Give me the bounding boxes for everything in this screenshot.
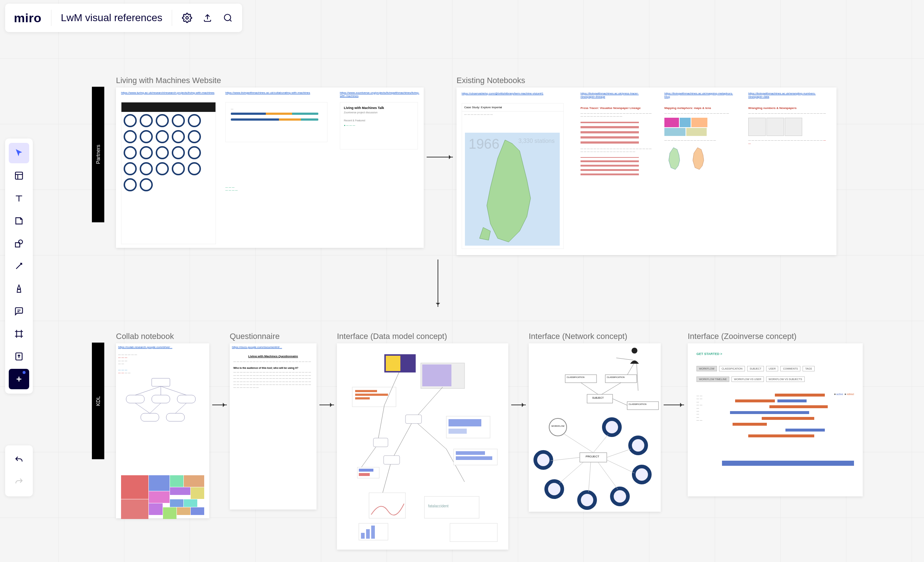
zoo-btn[interactable]: CLASSIFICATION xyxy=(719,366,745,372)
link[interactable]: https://observablehq.com/@britishlibrary… xyxy=(462,92,564,95)
svg-rect-28 xyxy=(448,429,467,434)
thumb-collab-site: — xyxy=(225,102,327,142)
svg-rect-19 xyxy=(355,397,370,399)
data-model-diagram: fatalaccident xyxy=(337,343,508,550)
svg-line-49 xyxy=(613,399,627,405)
zoo-button-row-2: WORKFLOW TIMELINE WORKFLOW VS USER WORKF… xyxy=(696,376,854,382)
svg-rect-13 xyxy=(386,356,400,371)
collab-text: — — — — — —— — —— — —— —— — —— — — — xyxy=(116,351,209,377)
svg-rect-7 xyxy=(126,395,144,403)
svg-rect-10 xyxy=(141,413,159,421)
arrow xyxy=(320,405,334,405)
arrow xyxy=(511,405,526,405)
link[interactable]: https://www.turing.ac.uk/research/resear… xyxy=(121,91,214,94)
link[interactable]: https://colab.research.google.com/drive/… xyxy=(116,343,209,351)
zoo-btn[interactable]: COMMENTS xyxy=(780,366,800,372)
svg-rect-11 xyxy=(166,413,184,421)
thumb-wrangling: Wrangling numbers & Newspapers — — — — —… xyxy=(748,106,828,145)
zoo-btn[interactable]: WORKFLOW VS SUBJECTS xyxy=(766,376,805,382)
arrow xyxy=(438,259,438,307)
get-started[interactable]: GET STARTED > xyxy=(696,352,854,356)
thumb-mapping-metaphors: Mapping metaphors: maps & lens — — — — —… xyxy=(664,106,737,171)
svg-rect-32 xyxy=(369,493,405,518)
svg-line-61 xyxy=(607,449,631,457)
svg-rect-20 xyxy=(374,438,388,447)
svg-point-52 xyxy=(604,419,620,435)
svg-point-58 xyxy=(535,452,551,468)
link[interactable]: https://www.zooniverse.org/projects/livi… xyxy=(340,91,424,98)
collab-flowchart xyxy=(119,377,206,428)
svg-point-56 xyxy=(579,492,595,508)
zoo-btn[interactable]: SUBJECT xyxy=(747,366,764,372)
frame-interface-data[interactable]: fatalaccident xyxy=(337,343,508,550)
link[interactable]: https://livingwithmachines.ac.uk/press-t… xyxy=(580,92,653,98)
frame-notebooks[interactable]: https://observablehq.com/@britishlibrary… xyxy=(456,87,837,255)
svg-rect-18 xyxy=(355,394,388,396)
svg-rect-22 xyxy=(384,456,400,464)
svg-text:fatalaccident: fatalaccident xyxy=(428,504,448,508)
link[interactable]: https://www.livingwithmachines.ac.uk/col… xyxy=(225,91,310,94)
svg-line-48 xyxy=(602,383,621,394)
frame-collab[interactable]: https://colab.research.google.com/drive/… xyxy=(116,343,209,518)
frame-label-network[interactable]: Interface (Network concept) xyxy=(529,332,627,341)
frame-questionnaire[interactable]: https://docs.google.com/document/d/... L… xyxy=(230,343,316,510)
frame-label-questionnaire[interactable]: Questionnaire xyxy=(230,332,280,341)
svg-line-60 xyxy=(593,435,608,453)
frame-interface-zoo[interactable]: GET STARTED > WORKFLOW CLASSIFICATION SU… xyxy=(688,343,863,496)
network-diagram xyxy=(529,343,661,512)
frame-label-data[interactable]: Interface (Data model concept) xyxy=(337,332,447,341)
collab-treemap xyxy=(121,475,204,516)
svg-rect-24 xyxy=(359,469,374,472)
link[interactable]: https://livingwithmachines.ac.uk/wrangli… xyxy=(748,92,828,98)
frame-website[interactable]: https://www.turing.ac.uk/research/resear… xyxy=(116,87,424,248)
svg-point-54 xyxy=(634,466,650,483)
svg-rect-8 xyxy=(152,395,170,403)
thumb-press-tracer: Press Tracer: Visualise Newspaper Lineag… xyxy=(580,106,653,175)
arrow xyxy=(212,405,227,405)
svg-rect-17 xyxy=(355,390,377,392)
frame-label-zoo[interactable]: Interface (Zooinverse concept) xyxy=(688,332,796,341)
zoo-timeline-chart: ■ active ■ retired — —— ——— —————— — xyxy=(696,393,854,473)
thumb-text: — — —— — — — xyxy=(225,186,320,192)
svg-line-40 xyxy=(616,358,633,360)
sidelabel-kdl: KDL xyxy=(92,343,104,459)
zoo-btn[interactable]: TAGS xyxy=(802,366,814,372)
svg-line-63 xyxy=(598,462,618,489)
svg-rect-30 xyxy=(456,451,485,455)
svg-line-42 xyxy=(637,364,638,391)
svg-rect-39 xyxy=(450,523,497,542)
svg-rect-21 xyxy=(405,415,422,424)
svg-point-51 xyxy=(549,418,567,436)
arrow xyxy=(427,157,453,157)
sidelabel-partners: Partners xyxy=(92,87,104,222)
zoo-btn[interactable]: WORKFLOW xyxy=(696,366,717,372)
svg-rect-31 xyxy=(456,456,492,460)
svg-point-55 xyxy=(612,489,628,504)
zoo-btn[interactable]: USER xyxy=(766,366,778,372)
svg-point-57 xyxy=(546,481,562,497)
thumb-zooniverse-talk: Living with Machines Talk Zooniverse pro… xyxy=(340,102,418,150)
link[interactable]: https://livingwithmachines.ac.uk/mapping… xyxy=(664,92,737,98)
frame-label-website[interactable]: Living with Machines Website xyxy=(116,76,221,85)
svg-line-66 xyxy=(550,457,580,461)
svg-point-53 xyxy=(630,438,646,453)
zoo-btn[interactable]: WORKFLOW VS USER xyxy=(732,376,764,382)
svg-line-47 xyxy=(581,383,598,394)
svg-line-64 xyxy=(588,462,591,492)
canvas[interactable]: Partners KDL Living with Machines Websit… xyxy=(0,0,924,562)
frame-label-collab[interactable]: Collab notebook xyxy=(116,332,174,341)
svg-rect-34 xyxy=(361,533,364,539)
svg-rect-25 xyxy=(359,473,370,476)
zoo-btn[interactable]: WORKFLOW TIMELINE xyxy=(696,376,729,382)
questionnaire-body: Living with Machines Questionnaire — — —… xyxy=(230,351,316,393)
link[interactable]: https://docs.google.com/document/d/... xyxy=(230,343,316,351)
frame-label-notebooks[interactable]: Existing Notebooks xyxy=(456,76,525,85)
svg-rect-6 xyxy=(152,378,170,386)
thumb-case-study: Case Study: Explore Imperial — — — — — —… xyxy=(462,103,564,249)
zoo-button-row-1: WORKFLOW CLASSIFICATION SUBJECT USER COM… xyxy=(696,366,854,372)
frame-interface-network[interactable]: CLASSIFICATION CLASSIFICATION SUBJECT CL… xyxy=(529,343,661,512)
thumb-turing-site xyxy=(121,102,216,244)
svg-rect-36 xyxy=(371,526,375,539)
svg-line-62 xyxy=(607,460,634,473)
svg-rect-27 xyxy=(448,419,482,426)
